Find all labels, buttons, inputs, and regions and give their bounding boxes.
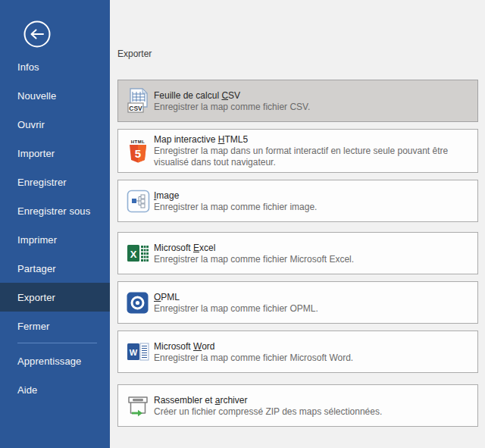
sidebar-item-exporter[interactable]: Exporter [0,283,110,312]
export-option-title: Image [154,190,471,202]
sidebar-item-label: Exporter [17,292,55,303]
export-option-description: Enregistrer la map comme fichier image. [154,202,471,213]
back-arrow-icon [23,20,51,48]
sidebar-item-imprimer[interactable]: Imprimer [0,225,110,254]
export-option-text: Map interactive HTML5 Enregistrer la map… [154,133,471,168]
page-title: Exporter [117,49,478,59]
svg-text:5: 5 [135,147,141,160]
sidebar-item-label: Enregistrer [17,177,67,188]
export-option-word[interactable]: W Microsoft Word Enregistrer la map comm… [117,331,478,373]
export-option-description: Enregistrer la map comme fichier Microso… [154,352,471,364]
sidebar-item-fermer[interactable]: Fermer [0,312,110,340]
sidebar-item-aide[interactable]: Aide [0,375,110,404]
sidebar-separator [17,343,97,343]
sidebar-item-label: Partager [17,263,56,274]
csv-file-icon: CSV [127,87,154,114]
sidebar-item-ouvrir[interactable]: Ouvrir [0,110,110,139]
export-option-text: Microsoft Word Enregistrer la map comme … [154,340,471,364]
export-option-title: Rassembler et archiver [154,394,471,406]
sidebar-item-label: Imprimer [17,234,57,246]
sidebar-item-enregistrer-sous[interactable]: Enregistrer sous [0,196,110,225]
export-option-html5[interactable]: HTML 5 Map interactive HTML5 Enregistrer… [117,129,478,173]
export-options-list: CSV Feuille de calcul CSV Enregistrer la… [117,80,478,427]
export-option-text: Image Enregistrer la map comme fichier i… [154,190,471,213]
export-option-description: Enregistrer la map dans un format intera… [154,146,471,168]
back-button[interactable] [23,20,51,48]
svg-text:W: W [130,348,138,357]
export-option-text: Rassembler et archiver Créer un fichier … [154,394,471,418]
svg-text:X: X [130,248,137,259]
sidebar-item-enregistrer[interactable]: Enregistrer [0,168,110,196]
export-option-excel[interactable]: X Microsoft Excel Enregistrer la map com… [117,232,478,274]
export-option-title: OPML [154,291,471,303]
sidebar-item-label: Nouvelle [17,90,56,102]
export-option-title: Microsoft Excel [154,242,471,254]
export-option-title: Microsoft Word [154,340,471,352]
sidebar-item-label: Fermer [17,321,50,332]
sidebar-menu: Infos Nouvelle Ouvrir Importer Enregistr… [0,52,110,404]
sidebar-item-label: Apprentissage [17,356,81,367]
sidebar-item-partager[interactable]: Partager [0,254,110,283]
sidebar-item-label: Ouvrir [17,119,45,130]
opml-icon [127,289,154,316]
image-file-icon [127,187,154,215]
export-option-description: Enregistrer la map comme fichier Microso… [154,254,471,265]
export-option-csv[interactable]: CSV Feuille de calcul CSV Enregistrer la… [117,80,478,122]
export-option-text: Microsoft Excel Enregistrer la map comme… [154,242,471,265]
export-option-image[interactable]: Image Enregistrer la map comme fichier i… [117,180,478,222]
archive-icon [127,392,154,419]
svg-text:CSV: CSV [129,105,142,112]
sidebar-item-infos[interactable]: Infos [0,52,110,81]
export-option-description: Enregistrer la map comme fichier OPML. [154,303,471,315]
sidebar-item-label: Importer [17,148,55,159]
sidebar-item-label: Enregistrer sous [17,205,90,217]
export-option-text: OPML Enregistrer la map comme fichier OP… [154,291,471,315]
export-option-description: Créer un fichier compressé ZIP des maps … [154,406,471,418]
export-panel: Exporter CSV Feuille de calcul CSV Enre [110,0,485,448]
html5-icon: HTML 5 [127,137,154,164]
export-option-archive[interactable]: Rassembler et archiver Créer un fichier … [117,384,478,427]
svg-text:HTML: HTML [131,139,146,144]
sidebar-item-nouvelle[interactable]: Nouvelle [0,81,110,110]
backstage-sidebar: Infos Nouvelle Ouvrir Importer Enregistr… [0,0,110,448]
export-option-description: Enregistrer la map comme fichier CSV. [154,102,471,113]
export-option-title: Feuille de calcul CSV [154,89,471,102]
sidebar-item-label: Infos [17,61,39,73]
sidebar-item-importer[interactable]: Importer [0,139,110,168]
export-option-text: Feuille de calcul CSV Enregistrer la map… [154,89,471,113]
sidebar-item-label: Aide [17,384,37,396]
excel-icon: X [127,240,154,267]
export-option-title: Map interactive HTML5 [154,133,471,146]
export-option-opml[interactable]: OPML Enregistrer la map comme fichier OP… [117,281,478,324]
word-icon: W [127,338,154,365]
sidebar-item-apprentissage[interactable]: Apprentissage [0,346,110,375]
